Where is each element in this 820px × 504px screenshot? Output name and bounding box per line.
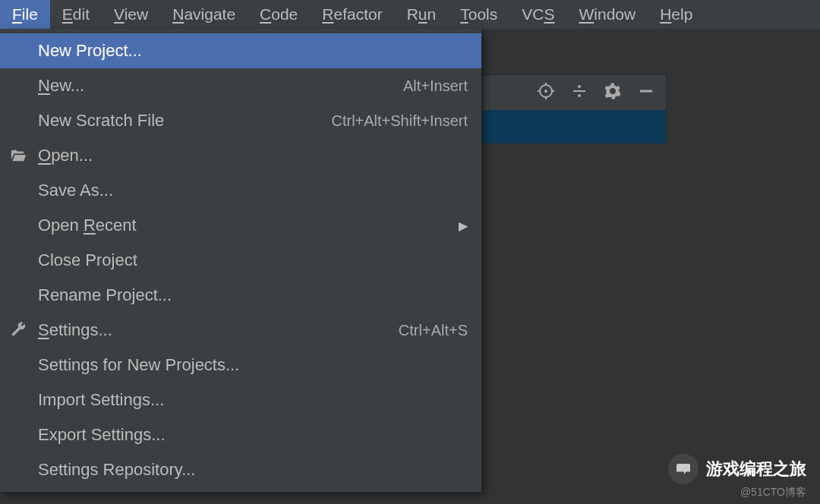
menu-label: Save As... — [38, 181, 113, 200]
menu-file[interactable]: File — [0, 0, 50, 29]
menu-item-export-settings[interactable]: Export Settings... — [0, 417, 481, 452]
tool-window-body[interactable] — [482, 110, 666, 143]
menu-label: Open Recent — [38, 216, 137, 235]
menu-item-settings[interactable]: Settings... Ctrl+Alt+S — [0, 313, 481, 348]
main-menu-bar: File Edit View Navigate Code Refactor Ru… — [0, 0, 820, 29]
file-menu-dropdown: New Project... New... Alt+Insert New Scr… — [0, 29, 481, 492]
menu-item-close-project[interactable]: Close Project — [0, 243, 481, 278]
chat-bubble-icon — [668, 454, 699, 484]
chevron-right-icon: ▶ — [459, 219, 468, 233]
menu-item-rename-project[interactable]: Rename Project... — [0, 278, 481, 313]
menu-item-save-as[interactable]: Save As... — [0, 173, 481, 208]
menu-run[interactable]: Run — [395, 0, 449, 29]
menu-item-new-project[interactable]: New Project... — [0, 33, 481, 68]
menu-label: Close Project — [38, 250, 137, 270]
menu-shortcut: Alt+Insert — [403, 77, 468, 95]
menu-item-open-recent[interactable]: Open Recent ▶ — [0, 208, 481, 243]
menu-label: Rename Project... — [38, 285, 172, 305]
menu-help[interactable]: Help — [648, 0, 705, 29]
menu-label: Open... — [38, 146, 93, 165]
menu-item-new-scratch-file[interactable]: New Scratch File Ctrl+Alt+Shift+Insert — [0, 103, 481, 138]
menu-item-open[interactable]: Open... — [0, 138, 481, 173]
menu-item-import-settings[interactable]: Import Settings... — [0, 383, 481, 417]
svg-point-1 — [544, 90, 547, 93]
menu-shortcut: Ctrl+Alt+S — [399, 322, 468, 339]
menu-navigate[interactable]: Navigate — [160, 0, 248, 29]
svg-point-2 — [578, 85, 581, 88]
menu-label: Export Settings... — [38, 425, 166, 445]
menu-label: Settings for New Projects... — [38, 355, 239, 375]
watermark-title: 游戏编程之旅 — [706, 458, 806, 480]
menu-item-new[interactable]: New... Alt+Insert — [0, 68, 481, 103]
menu-window[interactable]: Window — [566, 0, 648, 29]
menu-vcs[interactable]: VCS — [509, 0, 566, 29]
menu-code[interactable]: Code — [248, 0, 310, 29]
menu-label: New... — [38, 76, 84, 96]
svg-point-3 — [578, 94, 581, 97]
divide-icon[interactable] — [570, 82, 588, 103]
menu-label: Settings Repository... — [38, 460, 195, 480]
menu-item-settings-new-projects[interactable]: Settings for New Projects... — [0, 348, 481, 383]
tool-window-toolbar — [482, 75, 666, 110]
menu-item-settings-repository[interactable]: Settings Repository... — [0, 452, 481, 487]
menu-label: New Project... — [38, 41, 142, 61]
menu-label: Settings... — [38, 320, 112, 340]
watermark: 游戏编程之旅 @51CTO博客 — [668, 454, 806, 499]
menu-shortcut: Ctrl+Alt+Shift+Insert — [331, 112, 468, 130]
menu-label: New Scratch File — [38, 111, 164, 131]
menu-edit[interactable]: Edit — [50, 0, 102, 29]
gear-icon[interactable] — [604, 82, 622, 103]
menu-view[interactable]: View — [102, 0, 160, 29]
menu-tools[interactable]: Tools — [448, 0, 509, 29]
watermark-subtitle: @51CTO博客 — [740, 486, 806, 499]
wrench-icon — [9, 321, 27, 339]
tool-window-panel — [481, 74, 667, 143]
target-icon[interactable] — [537, 82, 555, 103]
folder-open-icon — [9, 146, 27, 165]
minimize-icon[interactable] — [637, 82, 655, 103]
menu-refactor[interactable]: Refactor — [310, 0, 394, 29]
menu-label: Import Settings... — [38, 390, 164, 410]
